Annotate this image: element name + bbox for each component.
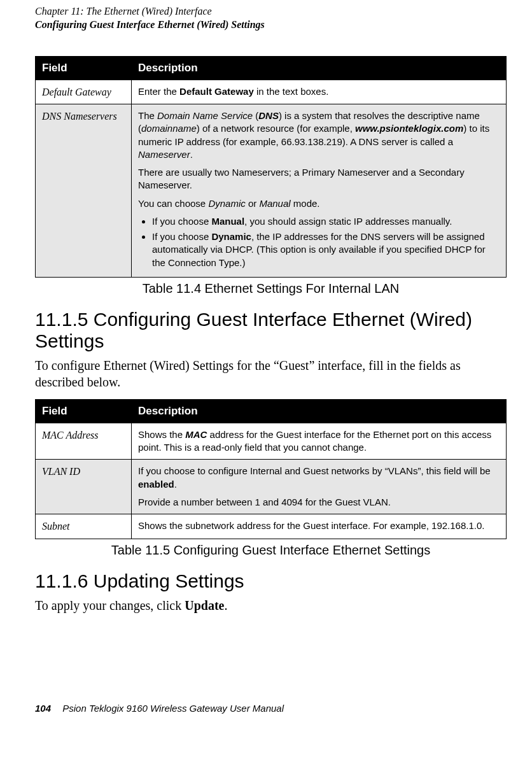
text: To apply your changes, click — [35, 598, 185, 612]
text: ( — [253, 110, 258, 121]
desc-default-gateway: Enter the Default Gateway in the text bo… — [132, 80, 507, 104]
text: The — [138, 110, 157, 121]
desc-dns-nameservers: The Domain Name Service (DNS) is a syste… — [132, 104, 507, 278]
bullet-list: If you choose Manual, you should assign … — [138, 215, 500, 269]
running-header: Chapter 11: The Ethernet (Wired) Interfa… — [35, 5, 507, 32]
text: Enter the — [138, 86, 179, 97]
text-italic: Nameserver — [138, 149, 190, 160]
field-vlan-id: VLAN ID — [36, 460, 132, 514]
text-bold-italic: DNS — [258, 110, 279, 121]
text-italic: domainname — [141, 123, 197, 134]
field-default-gateway: Default Gateway — [36, 80, 132, 104]
text: Provide a number between 1 and 4094 for … — [138, 496, 500, 509]
text: , you should assign static IP addresses … — [244, 216, 452, 227]
table-11-5: Field Description MAC Address Shows the … — [35, 399, 507, 539]
text: . — [174, 479, 177, 490]
list-item: If you choose Dynamic, the IP addresses … — [152, 230, 500, 269]
table2-header-field: Field — [36, 399, 132, 423]
heading-11-1-6: 11.1.6 Updating Settings — [35, 570, 507, 592]
table-row: Subnet Shows the subnetwork address for … — [36, 514, 507, 539]
desc-subnet: Shows the subnetwork address for the Gue… — [132, 514, 507, 539]
page-number: 104 — [35, 703, 51, 714]
text: ) of a network resource (for example, — [197, 123, 355, 134]
text-italic: Dynamic — [208, 198, 245, 209]
text-bold-italic: MAC — [185, 429, 207, 440]
page-footer: 104 Psion Teklogix 9160 Wireless Gateway… — [35, 703, 507, 714]
header-chapter: Chapter 11: The Ethernet (Wired) Interfa… — [35, 5, 507, 18]
text-bold: Default Gateway — [179, 86, 254, 97]
field-dns-nameservers: DNS Nameservers — [36, 104, 132, 278]
text: If you choose — [152, 216, 211, 227]
text: Shows the subnetwork address for the Gue… — [138, 520, 484, 531]
text: in the text boxes. — [254, 86, 329, 97]
text-bold: Manual — [211, 216, 244, 227]
heading-11-1-5: 11.1.5 Configuring Guest Interface Ether… — [35, 309, 507, 352]
text: Shows the — [138, 429, 185, 440]
header-section: Configuring Guest Interface Ethernet (Wi… — [35, 18, 507, 32]
desc-vlan-id: If you choose to configure Internal and … — [132, 460, 507, 514]
desc-mac-address: Shows the MAC address for the Guest inte… — [132, 423, 507, 460]
text-bold-italic: www.psionteklogix.com — [355, 123, 463, 134]
text-bold: Dynamic — [211, 231, 251, 242]
section-11-1-6-body: To apply your changes, click Update. — [35, 597, 507, 614]
list-item: If you choose Manual, you should assign … — [152, 215, 500, 228]
text: . — [224, 598, 227, 612]
text-bold: Update — [185, 598, 224, 612]
section-11-1-5-body: To configure Ethernet (Wired) Settings f… — [35, 357, 507, 390]
table-row: MAC Address Shows the MAC address for th… — [36, 423, 507, 460]
footer-title: Psion Teklogix 9160 Wireless Gateway Use… — [62, 703, 284, 714]
text-bold: enabled — [138, 479, 174, 490]
table-row: Default Gateway Enter the Default Gatewa… — [36, 80, 507, 104]
text-italic: Manual — [259, 198, 290, 209]
table-11-5-caption: Table 11.5 Configuring Guest Interface E… — [35, 543, 507, 558]
field-subnet: Subnet — [36, 514, 132, 539]
text: or — [246, 198, 260, 209]
text: . — [190, 149, 193, 160]
table-11-4: Field Description Default Gateway Enter … — [35, 56, 507, 278]
table1-header-field: Field — [36, 56, 132, 80]
table1-header-desc: Description — [132, 56, 507, 80]
text: You can choose — [138, 198, 208, 209]
text-italic: Domain Name Service — [157, 110, 253, 121]
text: mode. — [291, 198, 320, 209]
text: If you choose — [152, 231, 211, 242]
text: If you choose to configure Internal and … — [138, 465, 491, 476]
table-11-4-caption: Table 11.4 Ethernet Settings For Interna… — [35, 281, 507, 296]
text: There are usually two Nameservers; a Pri… — [138, 166, 500, 192]
table-row: DNS Nameservers The Domain Name Service … — [36, 104, 507, 278]
table2-header-desc: Description — [132, 399, 507, 423]
table-row: VLAN ID If you choose to configure Inter… — [36, 460, 507, 514]
field-mac-address: MAC Address — [36, 423, 132, 460]
